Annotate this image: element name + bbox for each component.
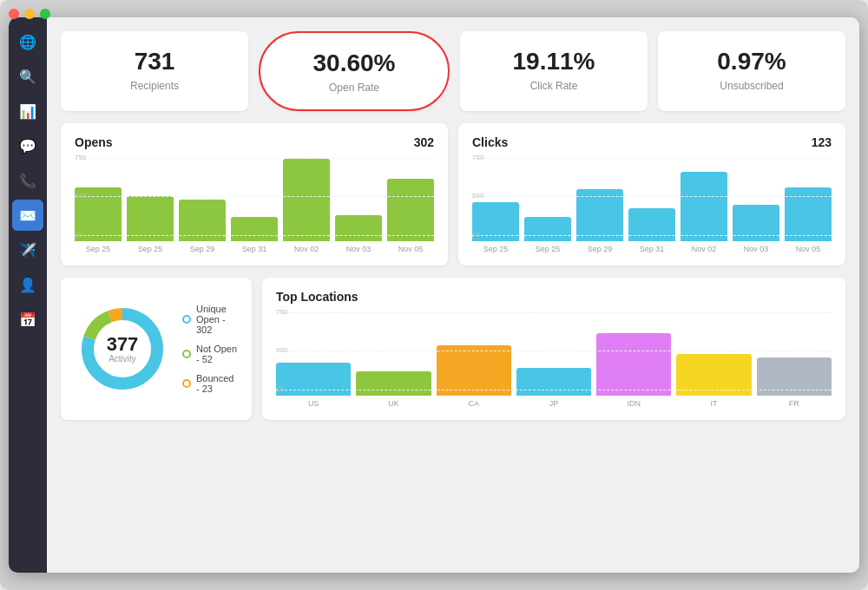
stat-card-0: 731Recipients xyxy=(61,31,248,111)
bar-6 xyxy=(387,179,434,241)
bar-label-5: Nov 03 xyxy=(346,245,372,253)
stat-value-1: 30.60% xyxy=(274,49,434,78)
bar-label-4: Nov 02 xyxy=(692,245,717,253)
bar-item-3: Sep 31 xyxy=(628,158,675,253)
send-icon[interactable]: ✈️ xyxy=(12,234,43,266)
maximize-button[interactable] xyxy=(40,9,50,19)
bar-label-3: Sep 31 xyxy=(640,245,665,253)
calendar-icon[interactable]: 📅 xyxy=(12,304,43,335)
bar-label-5: IT xyxy=(711,399,718,408)
bar-0 xyxy=(472,202,519,241)
legend-dot xyxy=(182,350,191,358)
close-button[interactable] xyxy=(9,9,19,19)
stat-label-2: Click Rate xyxy=(474,80,634,92)
bar-label-4: IDN xyxy=(628,399,641,408)
bar-label-3: Sep 31 xyxy=(242,245,267,253)
chart-icon[interactable]: 📊 xyxy=(12,95,43,127)
legend-text: Unique Open - 302 xyxy=(196,304,238,335)
clicks-bar-chart: 75050010Sep 25Sep 25Sep 29Sep 31Nov 02No… xyxy=(472,158,832,253)
bar-item-4: Nov 02 xyxy=(283,158,330,253)
bar-0 xyxy=(276,363,351,396)
bar-label-2: Sep 29 xyxy=(588,245,613,253)
donut-chart: 377 Activity xyxy=(75,301,170,397)
bar-5 xyxy=(335,215,382,241)
bar-1 xyxy=(524,217,571,241)
stat-value-3: 0.97% xyxy=(672,47,832,76)
bar-label-6: Nov 05 xyxy=(398,245,424,253)
bar-item-4: IDN xyxy=(596,312,671,408)
bar-label-1: UK xyxy=(388,399,399,408)
bar-item-5: Nov 03 xyxy=(733,158,779,253)
bar-label-4: Nov 02 xyxy=(294,245,319,253)
stat-value-2: 19.11% xyxy=(474,47,634,76)
bar-2 xyxy=(437,345,511,396)
bar-item-3: Sep 31 xyxy=(231,158,278,253)
main-content: 731Recipients30.60%Open Rate19.11%Click … xyxy=(47,17,859,573)
stats-row: 731Recipients30.60%Open Rate19.11%Click … xyxy=(61,31,845,111)
opens-chart-count: 302 xyxy=(414,135,434,149)
stat-label-1: Open Rate xyxy=(274,82,434,94)
clicks-chart-count: 123 xyxy=(812,135,832,149)
clicks-chart-card: Clicks 123 75050010Sep 25Sep 25Sep 29Sep… xyxy=(458,123,845,266)
legend-dot xyxy=(182,315,191,324)
bar-label-2: Sep 29 xyxy=(190,245,215,253)
bar-label-0: Sep 25 xyxy=(483,245,509,253)
legend-item: Unique Open - 302 xyxy=(182,304,238,335)
bar-item-1: Sep 25 xyxy=(127,158,174,253)
locations-title: Top Locations xyxy=(276,290,832,304)
activity-card: 377 Activity Unique Open - 302Not Open -… xyxy=(61,278,252,420)
clicks-chart-title: Clicks xyxy=(472,135,508,149)
bar-item-5: IT xyxy=(676,312,751,408)
globe-icon[interactable]: 🌐 xyxy=(12,26,43,57)
bar-item-1: UK xyxy=(356,312,431,408)
bar-item-2: CA xyxy=(437,312,511,408)
opens-chart-title: Opens xyxy=(75,135,113,149)
stat-card-2: 19.11%Click Rate xyxy=(460,31,648,111)
bar-6 xyxy=(757,357,832,396)
bar-item-1: Sep 25 xyxy=(524,158,571,253)
bar-2 xyxy=(179,200,226,241)
stat-label-3: Unsubscribed xyxy=(672,80,832,92)
bar-label-0: US xyxy=(308,399,319,408)
bar-4 xyxy=(596,333,671,396)
dial-icon[interactable]: 📞 xyxy=(12,165,43,196)
locations-card: Top Locations 75050010USUKCAJPIDNITFR xyxy=(262,278,845,420)
sidebar: 🌐🔍📊💬📞✉️✈️👤📅 xyxy=(9,17,47,573)
bar-item-6: FR xyxy=(757,312,832,408)
bar-item-6: Nov 05 xyxy=(785,158,832,253)
locations-bar-chart: 75050010USUKCAJPIDNITFR xyxy=(276,312,832,408)
bar-item-4: Nov 02 xyxy=(681,158,727,253)
bar-4 xyxy=(283,159,330,241)
bar-item-0: Sep 25 xyxy=(472,158,519,253)
user-icon[interactable]: 👤 xyxy=(12,269,43,300)
bar-0 xyxy=(75,187,122,241)
bar-item-5: Nov 03 xyxy=(335,158,382,253)
bar-label-3: JP xyxy=(549,399,559,408)
bar-3 xyxy=(628,208,675,241)
bar-item-0: Sep 25 xyxy=(75,158,122,253)
legend-text: Not Open - 52 xyxy=(196,344,238,364)
minimize-button[interactable] xyxy=(24,9,35,19)
bar-label-1: Sep 25 xyxy=(536,245,561,253)
activity-total: 377 xyxy=(107,334,139,353)
bar-item-2: Sep 29 xyxy=(576,158,623,253)
bar-label-0: Sep 25 xyxy=(86,245,111,253)
email-icon[interactable]: ✉️ xyxy=(12,200,43,231)
bar-3 xyxy=(516,368,591,396)
bar-4 xyxy=(681,172,727,241)
stat-value-0: 731 xyxy=(75,47,234,76)
search-icon[interactable]: 🔍 xyxy=(12,61,43,92)
bar-1 xyxy=(356,371,431,396)
legend-dot xyxy=(182,379,191,388)
legend-item: Bounced - 23 xyxy=(182,373,238,394)
stat-card-3: 0.97%Unsubscribed xyxy=(658,31,845,111)
bar-label-5: Nov 03 xyxy=(744,245,769,253)
stat-label-0: Recipients xyxy=(75,80,234,92)
chat-icon[interactable]: 💬 xyxy=(12,130,43,161)
bar-item-0: US xyxy=(276,312,351,408)
bar-label-6: Nov 05 xyxy=(796,245,821,253)
bottom-row: 377 Activity Unique Open - 302Not Open -… xyxy=(61,278,845,420)
bar-label-1: Sep 25 xyxy=(138,245,163,253)
bar-3 xyxy=(231,217,278,241)
legend-item: Not Open - 52 xyxy=(182,344,238,364)
